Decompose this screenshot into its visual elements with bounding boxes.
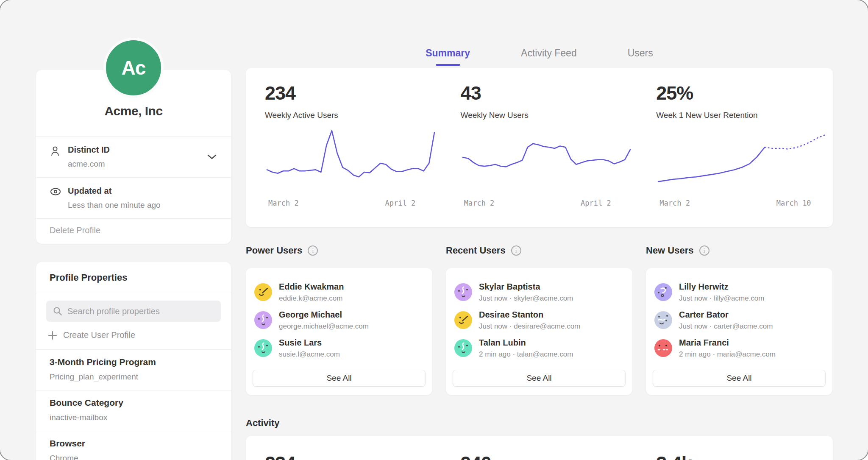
user-subtext: Just now · desirare@acme.com xyxy=(479,322,580,331)
search-icon xyxy=(53,307,62,316)
distinct-id-value: acme.com xyxy=(68,159,200,169)
user-avatar-face-icon xyxy=(454,283,472,301)
property-item[interactable]: 3-Month Pricing Program Pricing_plan_exp… xyxy=(36,349,231,390)
profile-properties-title: Profile Properties xyxy=(36,262,231,292)
user-avatar-face-icon xyxy=(654,339,672,357)
user-subtext: 2 min ago · maria@acme.com xyxy=(679,350,776,359)
property-name: Browser xyxy=(50,438,217,449)
stat-label: Weekly New Users xyxy=(461,111,637,120)
tab-active-underline xyxy=(436,64,460,66)
activity-stat: 940 xyxy=(442,436,637,460)
x-tick: March 2 xyxy=(659,199,690,207)
user-sections: Power Users i Eddie Kwakman eddie.k@acme… xyxy=(246,245,833,395)
delete-profile-button[interactable]: Delete Profile xyxy=(36,219,231,244)
user-row[interactable]: Talan Lubin 2 min ago · talan@acme.com xyxy=(446,334,632,362)
see-all-button[interactable]: See All xyxy=(253,370,426,387)
user-row[interactable]: George Michael george.michael@acme.com xyxy=(246,306,432,334)
user-texts: Susie Lars susie.l@acme.com xyxy=(279,338,340,359)
info-icon[interactable]: i xyxy=(308,245,318,256)
eye-icon xyxy=(50,186,61,196)
user-avatar-face-icon xyxy=(254,283,272,301)
x-tick: April 2 xyxy=(385,199,416,207)
profile-properties-search[interactable] xyxy=(46,301,221,322)
user-avatar-face-icon xyxy=(254,339,272,357)
stat-label: Weekly Active Users xyxy=(265,111,442,120)
updated-at-texts: Updated at Less than one minute ago xyxy=(68,186,217,210)
section-header: New Users i xyxy=(646,245,832,256)
create-user-profile-label: Create User Profile xyxy=(63,330,135,340)
section-title: Power Users xyxy=(246,245,302,256)
user-row[interactable]: Eddie Kwakman eddie.k@acme.com xyxy=(246,278,432,306)
user-subtext: Just now · carter@acme.com xyxy=(679,322,773,331)
user-subtext: Just now · lilly@acme.com xyxy=(679,294,764,303)
see-all-button[interactable]: See All xyxy=(653,370,826,387)
user-row[interactable]: Lilly Herwitz Just now · lilly@acme.com xyxy=(646,278,832,306)
property-value: Chrome xyxy=(50,454,217,460)
user-row[interactable]: Skylar Baptista Just now · skyler@acme.c… xyxy=(446,278,632,306)
search-input[interactable] xyxy=(67,307,214,316)
create-user-profile-button[interactable]: Create User Profile xyxy=(36,322,231,349)
power-users-card: Eddie Kwakman eddie.k@acme.com George Mi… xyxy=(246,268,432,395)
x-tick: April 2 xyxy=(581,199,611,207)
activity-title: Activity xyxy=(246,418,279,429)
plus-icon xyxy=(48,331,57,340)
x-tick: March 2 xyxy=(268,199,299,207)
tab-summary[interactable]: Summary xyxy=(426,47,470,66)
x-tick: March 2 xyxy=(464,199,495,207)
user-name: Talan Lubin xyxy=(479,338,573,348)
chart-x-axis: March 2 March 10 xyxy=(656,199,828,209)
user-name: Desirae Stanton xyxy=(479,310,580,320)
tab-bar: Summary Activity Feed Users xyxy=(246,47,833,66)
stat-value: 25% xyxy=(656,82,833,104)
user-name: Skylar Baptista xyxy=(479,282,573,292)
user-avatar-face-icon xyxy=(454,311,472,329)
person-icon xyxy=(50,145,61,157)
user-texts: Carter Bator Just now · carter@acme.com xyxy=(679,310,773,331)
see-all-button[interactable]: See All xyxy=(453,370,626,387)
summary-card: 234 Weekly Active Users March 2 April 2 … xyxy=(246,68,833,227)
stat-weekly-new-users: 43 Weekly New Users March 2 April 2 xyxy=(442,68,637,227)
info-icon[interactable]: i xyxy=(511,245,521,256)
user-row[interactable]: Susie Lars susie.l@acme.com xyxy=(246,334,432,362)
org-avatar: Ac xyxy=(103,38,164,98)
tab-activity-feed[interactable]: Activity Feed xyxy=(521,47,577,66)
user-row[interactable]: Maria Franci 2 min ago · maria@acme.com xyxy=(646,334,832,362)
divider xyxy=(36,292,231,292)
property-name: Bounce Category xyxy=(50,398,217,408)
user-texts: George Michael george.michael@acme.com xyxy=(279,310,369,331)
org-avatar-initials: Ac xyxy=(122,56,146,79)
property-item[interactable]: Bounce Category inactive-mailbox xyxy=(36,390,231,431)
activity-stat-value: 940 xyxy=(461,452,637,460)
stat-week1-retention: 25% Week 1 New User Retention March 2 Ma… xyxy=(637,68,833,227)
profile-properties-card: Profile Properties Create User Profile xyxy=(36,262,231,460)
chart-x-axis: March 2 April 2 xyxy=(461,199,632,209)
section-title: New Users xyxy=(646,245,694,256)
info-icon[interactable]: i xyxy=(699,245,709,256)
distinct-id-texts: Distinct ID acme.com xyxy=(68,145,200,169)
profile-dashboard: Ac Acme, Inc Distinct ID acme.com xyxy=(0,0,868,460)
tab-activity-feed-label: Activity Feed xyxy=(521,47,577,59)
tab-users[interactable]: Users xyxy=(628,47,653,66)
section-header: Recent Users i xyxy=(446,245,632,256)
activity-stat: 3.4k xyxy=(637,436,833,460)
user-subtext: eddie.k@acme.com xyxy=(279,294,344,303)
user-name: Lilly Herwitz xyxy=(679,282,764,292)
user-subtext: 2 min ago · talan@acme.com xyxy=(479,350,573,359)
x-tick: March 10 xyxy=(776,199,811,207)
property-name: 3-Month Pricing Program xyxy=(50,357,217,367)
weekly-new-users-chart xyxy=(461,128,632,194)
user-avatar-face-icon xyxy=(254,311,272,329)
user-name: Susie Lars xyxy=(279,338,340,348)
distinct-id-label: Distinct ID xyxy=(68,145,200,155)
power-users-section: Power Users i Eddie Kwakman eddie.k@acme… xyxy=(246,245,432,395)
updated-at-row: Updated at Less than one minute ago xyxy=(36,178,231,218)
tab-summary-label: Summary xyxy=(426,47,470,59)
new-users-section: New Users i Lilly Herwitz Just now · lil… xyxy=(646,245,832,395)
chevron-down-icon[interactable] xyxy=(206,153,217,160)
property-item[interactable]: Browser Chrome xyxy=(36,431,231,460)
user-row[interactable]: Carter Bator Just now · carter@acme.com xyxy=(646,306,832,334)
user-subtext: george.michael@acme.com xyxy=(279,322,369,331)
updated-at-label: Updated at xyxy=(68,186,217,196)
user-row[interactable]: Desirae Stanton Just now · desirare@acme… xyxy=(446,306,632,334)
stat-value: 234 xyxy=(265,82,442,104)
